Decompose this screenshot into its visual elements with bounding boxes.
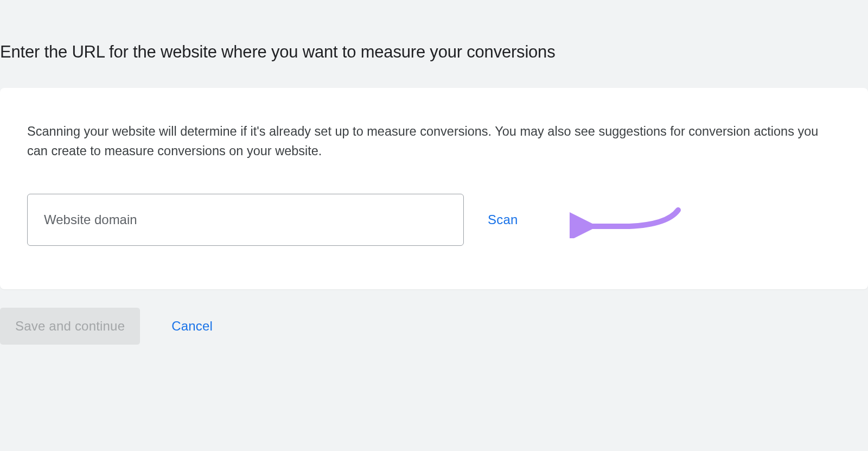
card-description: Scanning your website will determine if … [27, 122, 841, 161]
input-row: Scan [27, 194, 841, 246]
url-card: Scanning your website will determine if … [0, 88, 868, 289]
annotation-arrow-icon [570, 206, 689, 238]
website-domain-input[interactable] [27, 194, 464, 246]
scan-button[interactable]: Scan [486, 208, 520, 232]
footer-actions: Save and continue Cancel [0, 308, 868, 345]
page-heading: Enter the URL for the website where you … [0, 0, 868, 62]
save-and-continue-button[interactable]: Save and continue [0, 308, 140, 345]
cancel-button[interactable]: Cancel [169, 314, 215, 338]
